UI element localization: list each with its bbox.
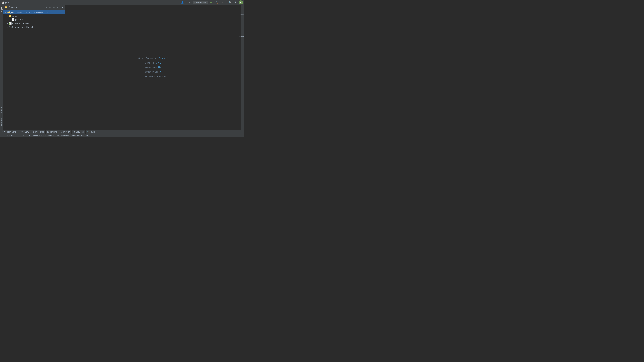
current-file-label: Current File: [194, 1, 204, 3]
hint-recent-label: Recent Files: [144, 66, 157, 68]
locate-file-button[interactable]: ◎: [44, 5, 48, 9]
filter-icon: ⊞: [53, 6, 55, 8]
app-title: java: [5, 1, 9, 3]
version-control-icon: ◎: [2, 131, 3, 133]
tree-item-java-iml[interactable]: 📄 java.iml: [3, 18, 65, 21]
folder-icon: 📁: [5, 6, 8, 8]
status-tab-build[interactable]: 🔨 Build: [86, 130, 97, 134]
libs-chevron-icon: ▶: [7, 22, 8, 24]
hint-nav-shortcut: ⌘↑: [159, 70, 163, 73]
sidebar-item-bookmarks[interactable]: Bookmarks: [0, 116, 3, 128]
hint-goto-shortcut: ⇧⌘O: [156, 61, 161, 64]
build-tab-icon: 🔨: [87, 131, 90, 133]
right-tool-strip: Notifications Database: [241, 5, 244, 130]
sidebar-item-structure[interactable]: Structure: [0, 106, 3, 116]
hint-search-label: Search Everywhere: [138, 57, 157, 59]
version-control-label: Version Control: [4, 131, 18, 133]
titlebar-left: ☕ java: [1, 1, 180, 4]
back-icon: ←: [188, 1, 190, 3]
tree-item-scratches[interactable]: ▶ ✏ Scratches and Consoles: [3, 25, 65, 29]
right-tab-database[interactable]: Database: [237, 35, 244, 37]
reload-button[interactable]: ↺: [220, 0, 224, 4]
status-tab-version-control[interactable]: ◎ Version Control: [0, 130, 20, 134]
scratches-icon: ✏: [9, 26, 11, 28]
root-folder-icon: 📁: [7, 11, 10, 13]
hint-recent-files: Recent Files ⌘E: [144, 66, 162, 68]
build-button[interactable]: 🔨: [214, 0, 218, 4]
tree-item-name: java: [10, 11, 14, 13]
hint-nav-label: Navigation Bar: [144, 70, 158, 73]
dropdown-arrow: ▾: [184, 1, 186, 3]
hint-goto-label: Go to File: [145, 61, 154, 64]
todo-label: TODO: [24, 131, 29, 133]
sidebar-title-area: 📁 Project ▾: [5, 6, 17, 8]
sidebar-header: 📁 Project ▾ ◎ ⊟ ⊞ ⚙ ✕: [3, 5, 65, 10]
sidebar-close-button[interactable]: ✕: [60, 5, 64, 9]
project-sidebar: 📁 Project ▾ ◎ ⊟ ⊞ ⚙ ✕: [3, 5, 66, 130]
reload-icon: ↺: [221, 1, 223, 4]
search-everywhere-button[interactable]: 🔍: [228, 0, 232, 4]
status-tab-todo[interactable]: ≡ TODO: [20, 130, 31, 134]
titlebar-right: 👤 ▾ ← Current File ▾ ▶ 🔨 ↺ 🔍 ⚙ A: [180, 0, 243, 4]
settings-icon: ⚙: [234, 1, 237, 4]
build-icon: 🔨: [215, 1, 218, 4]
hint-drop-label: Drop files here to open them: [139, 75, 167, 78]
statusbar-tabs: ◎ Version Control ≡ TODO ⊘ Problems ⊡ Te…: [0, 130, 244, 134]
profile-icon: 👤: [181, 1, 184, 3]
sidebar-settings-button[interactable]: ⚙: [56, 5, 60, 9]
file-tree: ▼ 📁 java ~/Documents/projects/java/ittim…: [3, 10, 65, 130]
gear-icon: ⚙: [57, 6, 59, 8]
tree-item-idea-name: .idea: [12, 15, 17, 17]
status-tab-profiler[interactable]: ◈ Profiler: [59, 130, 72, 134]
tree-item-path: ~/Documents/projects/java/ittimeline/jav…: [16, 11, 49, 13]
services-icon: ⚙: [73, 131, 75, 133]
status-tab-terminal[interactable]: ⊡ Terminal: [46, 130, 59, 134]
profiler-label: Profiler: [64, 131, 70, 133]
settings-button[interactable]: ⚙: [234, 0, 238, 4]
titlebar: ☕ java 👤 ▾ ← Current File ▾ ▶ 🔨 ↺ 🔍 ⚙: [0, 0, 244, 5]
main-layout: Project Structure Bookmarks 📁 Project ▾ …: [0, 5, 244, 130]
app-icon: ☕: [1, 1, 4, 4]
status-tab-services[interactable]: ⚙ Services: [72, 130, 86, 134]
chevron-down-icon: ▼: [5, 11, 6, 13]
avatar[interactable]: A: [239, 0, 243, 4]
tree-item-iml-name: java.iml: [15, 18, 23, 21]
back-button[interactable]: ←: [188, 1, 191, 4]
hint-search-shortcut: Double ⇧: [159, 57, 168, 59]
sidebar-item-project[interactable]: Project: [0, 5, 3, 14]
terminal-label: Terminal: [50, 131, 57, 133]
statusbar: ◎ Version Control ≡ TODO ⊘ Problems ⊡ Te…: [0, 130, 244, 134]
scratches-chevron-icon: ▶: [7, 26, 8, 28]
sidebar-dropdown-arrow[interactable]: ▾: [16, 6, 17, 8]
run-icon: ▶: [210, 1, 212, 4]
filter-button[interactable]: ⊞: [52, 5, 56, 9]
editor-empty-state: Search Everywhere Double ⇧ Go to File ⇧⌘…: [66, 5, 241, 130]
sidebar-title: Project: [8, 6, 15, 8]
editor-area: Search Everywhere Double ⇧ Go to File ⇧⌘…: [66, 5, 241, 130]
problems-label: Problems: [36, 131, 44, 133]
collapse-icon: ⊟: [49, 6, 51, 8]
hint-goto-file: Go to File ⇧⌘O: [145, 61, 161, 64]
search-icon: 🔍: [229, 1, 232, 4]
tree-item-scratches-name: Scratches and Consoles: [12, 26, 35, 28]
status-tab-problems[interactable]: ⊘ Problems: [31, 130, 46, 134]
hint-nav-bar: Navigation Bar ⌘↑: [144, 70, 163, 73]
chevron-right-icon: ▶: [7, 15, 8, 17]
build-label: Build: [90, 131, 95, 133]
tree-item-root[interactable]: ▼ 📁 java ~/Documents/projects/java/ittim…: [3, 10, 65, 14]
tree-item-external-libs[interactable]: ▶ 📊 External Libraries: [3, 21, 65, 25]
status-message-text: Localized IntelliJ IDEA 2022.3.1 is avai…: [2, 135, 89, 137]
problems-icon: ⊘: [33, 131, 34, 133]
statusbar-message: Localized IntelliJ IDEA 2022.3.1 is avai…: [0, 134, 244, 137]
terminal-icon: ⊡: [47, 131, 49, 133]
right-tab-notifications[interactable]: Notifications: [236, 13, 244, 16]
collapse-all-button[interactable]: ⊟: [48, 5, 52, 9]
tree-item-libs-name: External Libraries: [12, 22, 29, 25]
profile-button[interactable]: 👤 ▾: [180, 1, 186, 4]
libs-icon: 📊: [9, 22, 12, 25]
tree-item-idea[interactable]: ▶ 📁 .idea: [3, 14, 65, 18]
run-button[interactable]: ▶: [209, 0, 213, 4]
services-label: Services: [76, 131, 84, 133]
iml-file-icon: 📄: [12, 18, 14, 21]
current-file-dropdown[interactable]: Current File ▾: [192, 1, 208, 4]
